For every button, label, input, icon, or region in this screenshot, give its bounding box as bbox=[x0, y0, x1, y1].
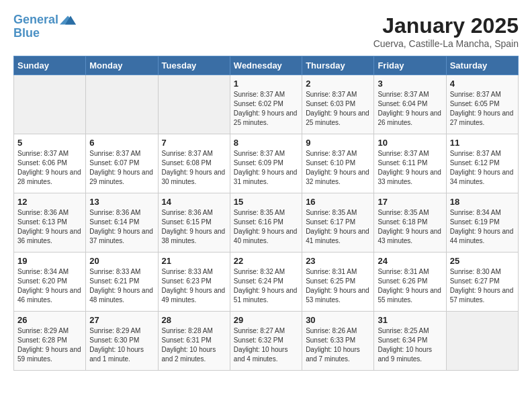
cell-details: Sunrise: 8:37 AMSunset: 6:02 PMDaylight:… bbox=[234, 91, 298, 126]
cell-details: Sunrise: 8:37 AMSunset: 6:03 PMDaylight:… bbox=[306, 91, 369, 126]
cell-details: Sunrise: 8:37 AMSunset: 6:12 PMDaylight:… bbox=[450, 150, 514, 185]
day-number: 7 bbox=[162, 138, 226, 148]
calendar-cell: 11 Sunrise: 8:37 AMSunset: 6:12 PMDaylig… bbox=[446, 134, 518, 193]
calendar-cell: 3 Sunrise: 8:37 AMSunset: 6:04 PMDayligh… bbox=[374, 75, 446, 134]
day-number: 28 bbox=[162, 315, 226, 325]
calendar-cell: 12 Sunrise: 8:36 AMSunset: 6:13 PMDaylig… bbox=[14, 193, 86, 253]
day-number: 10 bbox=[378, 138, 442, 148]
cell-details: Sunrise: 8:34 AMSunset: 6:19 PMDaylight:… bbox=[450, 209, 514, 244]
month-title: January 2025 bbox=[373, 13, 519, 38]
calendar-cell: 19 Sunrise: 8:34 AMSunset: 6:20 PMDaylig… bbox=[14, 253, 86, 312]
day-number: 24 bbox=[378, 256, 442, 266]
calendar-table: SundayMondayTuesdayWednesdayThursdayFrid… bbox=[13, 56, 519, 371]
cell-details: Sunrise: 8:30 AMSunset: 6:27 PMDaylight:… bbox=[450, 268, 514, 304]
weekday-header-cell: Friday bbox=[374, 56, 446, 75]
cell-details: Sunrise: 8:31 AMSunset: 6:25 PMDaylight:… bbox=[306, 268, 369, 304]
day-number: 14 bbox=[162, 197, 226, 207]
cell-details: Sunrise: 8:28 AMSunset: 6:31 PMDaylight:… bbox=[162, 327, 216, 363]
weekday-header-row: SundayMondayTuesdayWednesdayThursdayFrid… bbox=[14, 56, 519, 75]
calendar-cell: 21 Sunrise: 8:33 AMSunset: 6:23 PMDaylig… bbox=[158, 253, 230, 312]
day-number: 16 bbox=[306, 197, 370, 207]
calendar-cell: 14 Sunrise: 8:36 AMSunset: 6:15 PMDaylig… bbox=[158, 193, 230, 253]
day-number: 12 bbox=[17, 197, 82, 207]
cell-details: Sunrise: 8:29 AMSunset: 6:30 PMDaylight:… bbox=[89, 327, 144, 363]
cell-details: Sunrise: 8:27 AMSunset: 6:32 PMDaylight:… bbox=[234, 327, 288, 363]
logo-text: General bbox=[13, 13, 58, 27]
cell-details: Sunrise: 8:37 AMSunset: 6:11 PMDaylight:… bbox=[378, 150, 441, 185]
calendar-cell: 6 Sunrise: 8:37 AMSunset: 6:07 PMDayligh… bbox=[86, 134, 158, 193]
calendar-cell: 26 Sunrise: 8:29 AMSunset: 6:28 PMDaylig… bbox=[14, 312, 86, 371]
day-number: 31 bbox=[378, 315, 442, 325]
day-number: 29 bbox=[234, 315, 298, 325]
day-number: 30 bbox=[306, 315, 370, 325]
day-number: 19 bbox=[17, 256, 82, 266]
cell-details: Sunrise: 8:37 AMSunset: 6:10 PMDaylight:… bbox=[306, 150, 369, 185]
calendar-cell bbox=[86, 75, 158, 134]
cell-details: Sunrise: 8:37 AMSunset: 6:08 PMDaylight:… bbox=[162, 150, 226, 185]
cell-details: Sunrise: 8:33 AMSunset: 6:23 PMDaylight:… bbox=[162, 268, 226, 304]
day-number: 3 bbox=[378, 79, 442, 89]
weekday-header-cell: Thursday bbox=[302, 56, 374, 75]
day-number: 15 bbox=[234, 197, 298, 207]
calendar-week-row: 12 Sunrise: 8:36 AMSunset: 6:13 PMDaylig… bbox=[14, 193, 519, 253]
calendar-body: 1 Sunrise: 8:37 AMSunset: 6:02 PMDayligh… bbox=[14, 75, 519, 371]
calendar-cell: 15 Sunrise: 8:35 AMSunset: 6:16 PMDaylig… bbox=[230, 193, 302, 253]
calendar-cell: 22 Sunrise: 8:32 AMSunset: 6:24 PMDaylig… bbox=[230, 253, 302, 312]
page-header: General Blue January 2025 Cuerva, Castil… bbox=[13, 13, 519, 49]
calendar-cell: 16 Sunrise: 8:35 AMSunset: 6:17 PMDaylig… bbox=[302, 193, 374, 253]
calendar-cell: 27 Sunrise: 8:29 AMSunset: 6:30 PMDaylig… bbox=[86, 312, 158, 371]
calendar-week-row: 1 Sunrise: 8:37 AMSunset: 6:02 PMDayligh… bbox=[14, 75, 519, 134]
cell-details: Sunrise: 8:36 AMSunset: 6:14 PMDaylight:… bbox=[89, 209, 153, 244]
calendar-cell bbox=[14, 75, 86, 134]
day-number: 1 bbox=[234, 79, 298, 89]
calendar-cell: 13 Sunrise: 8:36 AMSunset: 6:14 PMDaylig… bbox=[86, 193, 158, 253]
weekday-header-cell: Tuesday bbox=[158, 56, 230, 75]
day-number: 21 bbox=[162, 256, 226, 266]
day-number: 17 bbox=[378, 197, 442, 207]
cell-details: Sunrise: 8:29 AMSunset: 6:28 PMDaylight:… bbox=[17, 327, 81, 363]
weekday-header-cell: Wednesday bbox=[230, 56, 302, 75]
calendar-cell: 1 Sunrise: 8:37 AMSunset: 6:02 PMDayligh… bbox=[230, 75, 302, 134]
cell-details: Sunrise: 8:36 AMSunset: 6:15 PMDaylight:… bbox=[162, 209, 226, 244]
calendar-cell bbox=[158, 75, 230, 134]
cell-details: Sunrise: 8:37 AMSunset: 6:06 PMDaylight:… bbox=[17, 150, 81, 185]
calendar-cell: 18 Sunrise: 8:34 AMSunset: 6:19 PMDaylig… bbox=[446, 193, 518, 253]
cell-details: Sunrise: 8:35 AMSunset: 6:17 PMDaylight:… bbox=[306, 209, 369, 244]
calendar-week-row: 26 Sunrise: 8:29 AMSunset: 6:28 PMDaylig… bbox=[14, 312, 519, 371]
cell-details: Sunrise: 8:31 AMSunset: 6:26 PMDaylight:… bbox=[378, 268, 441, 304]
title-area: January 2025 Cuerva, Castille-La Mancha,… bbox=[373, 13, 519, 49]
calendar-cell: 31 Sunrise: 8:25 AMSunset: 6:34 PMDaylig… bbox=[374, 312, 446, 371]
calendar-cell: 9 Sunrise: 8:37 AMSunset: 6:10 PMDayligh… bbox=[302, 134, 374, 193]
calendar-week-row: 19 Sunrise: 8:34 AMSunset: 6:20 PMDaylig… bbox=[14, 253, 519, 312]
day-number: 27 bbox=[89, 315, 154, 325]
cell-details: Sunrise: 8:37 AMSunset: 6:07 PMDaylight:… bbox=[89, 150, 153, 185]
cell-details: Sunrise: 8:32 AMSunset: 6:24 PMDaylight:… bbox=[234, 268, 298, 304]
calendar-cell: 7 Sunrise: 8:37 AMSunset: 6:08 PMDayligh… bbox=[158, 134, 230, 193]
day-number: 8 bbox=[234, 138, 298, 148]
calendar-cell: 29 Sunrise: 8:27 AMSunset: 6:32 PMDaylig… bbox=[230, 312, 302, 371]
day-number: 22 bbox=[234, 256, 298, 266]
day-number: 18 bbox=[450, 197, 515, 207]
cell-details: Sunrise: 8:37 AMSunset: 6:04 PMDaylight:… bbox=[378, 91, 441, 126]
day-number: 2 bbox=[306, 79, 370, 89]
calendar-cell: 25 Sunrise: 8:30 AMSunset: 6:27 PMDaylig… bbox=[446, 253, 518, 312]
day-number: 23 bbox=[306, 256, 370, 266]
day-number: 11 bbox=[450, 138, 515, 148]
day-number: 9 bbox=[306, 138, 370, 148]
calendar-cell: 5 Sunrise: 8:37 AMSunset: 6:06 PMDayligh… bbox=[14, 134, 86, 193]
cell-details: Sunrise: 8:35 AMSunset: 6:16 PMDaylight:… bbox=[234, 209, 298, 244]
day-number: 4 bbox=[450, 79, 515, 89]
logo-blue-text: Blue bbox=[13, 27, 76, 40]
calendar-cell: 2 Sunrise: 8:37 AMSunset: 6:03 PMDayligh… bbox=[302, 75, 374, 134]
cell-details: Sunrise: 8:37 AMSunset: 6:09 PMDaylight:… bbox=[234, 150, 298, 185]
day-number: 26 bbox=[17, 315, 82, 325]
day-number: 5 bbox=[17, 138, 82, 148]
day-number: 6 bbox=[89, 138, 154, 148]
day-number: 13 bbox=[89, 197, 154, 207]
day-number: 25 bbox=[450, 256, 515, 266]
calendar-cell: 8 Sunrise: 8:37 AMSunset: 6:09 PMDayligh… bbox=[230, 134, 302, 193]
cell-details: Sunrise: 8:35 AMSunset: 6:18 PMDaylight:… bbox=[378, 209, 441, 244]
day-number: 20 bbox=[89, 256, 154, 266]
weekday-header-cell: Monday bbox=[86, 56, 158, 75]
calendar-cell: 4 Sunrise: 8:37 AMSunset: 6:05 PMDayligh… bbox=[446, 75, 518, 134]
